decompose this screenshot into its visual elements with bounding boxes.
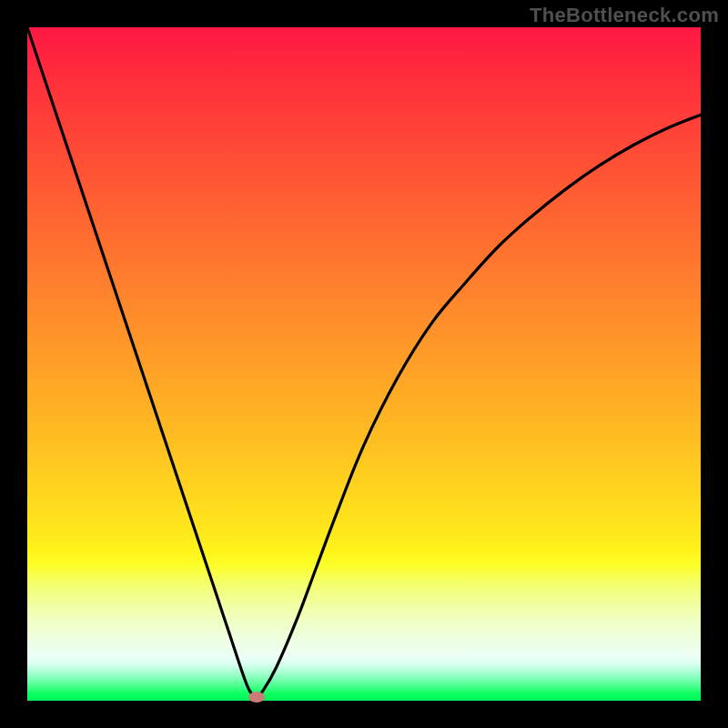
marker-layer (27, 27, 701, 701)
plot-area (27, 27, 701, 701)
chart-container: TheBottleneck.com (0, 0, 728, 728)
optimal-point-marker (248, 692, 265, 703)
watermark-text: TheBottleneck.com (530, 4, 719, 27)
